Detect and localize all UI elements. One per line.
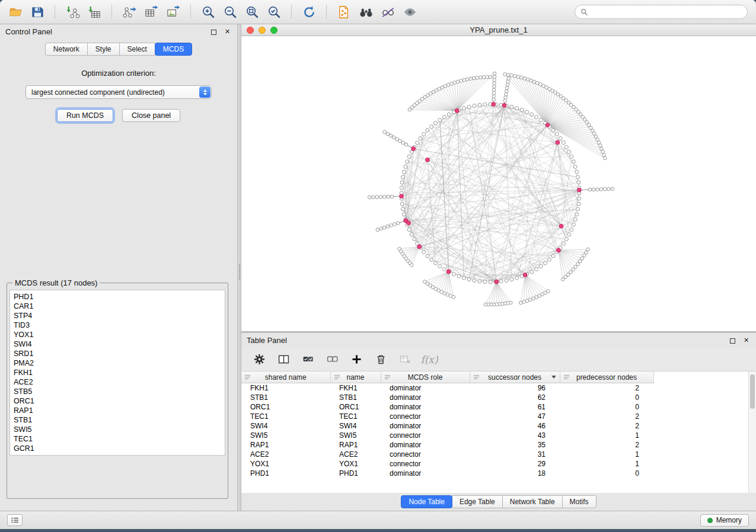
result-node-item[interactable]: ACE2 — [14, 377, 221, 387]
import-table-button[interactable] — [85, 2, 104, 21]
table-scrollbar[interactable] — [748, 371, 756, 493]
table-row[interactable]: TEC1TEC1connector472 — [241, 412, 653, 421]
table-cell: YOX1 — [330, 459, 381, 469]
float-panel-button[interactable] — [209, 27, 218, 36]
table-settings-button[interactable] — [252, 352, 266, 367]
show-columns-button[interactable] — [276, 352, 291, 367]
import-network-button[interactable] — [63, 2, 82, 21]
table-panel: Table Panel ✕ — [241, 333, 756, 511]
close-window-button[interactable] — [247, 27, 254, 34]
tab-style[interactable]: Style — [87, 43, 120, 56]
memory-button[interactable]: Memory — [700, 514, 749, 527]
create-column-button[interactable] — [349, 352, 363, 367]
table-row[interactable]: FKH1FKH1dominator962 — [241, 383, 653, 393]
result-node-item[interactable]: PMA2 — [14, 358, 221, 368]
node-table: shared namenameMCDS rolesuccessor nodesp… — [241, 371, 654, 478]
network-canvas[interactable] — [241, 36, 756, 331]
tab-node-table[interactable]: Node Table — [401, 495, 452, 508]
zoom-window-button[interactable] — [270, 27, 277, 34]
table-row[interactable]: PHD1PHD1dominator180 — [241, 469, 653, 478]
table-row[interactable]: SWI5SWI5connector431 — [241, 431, 653, 440]
tab-edge-table[interactable]: Edge Table — [452, 495, 503, 508]
share-network-button[interactable] — [334, 2, 353, 21]
minimize-window-button[interactable] — [259, 27, 266, 34]
zoom-fit-button[interactable] — [243, 2, 261, 21]
table-row[interactable]: ACE2ACE2connector311 — [241, 450, 653, 459]
result-node-item[interactable]: CAR1 — [14, 302, 221, 311]
mcds-result-list[interactable]: PHD1CAR1STP4TID3YOX1SWI4SRD1PMA2FKH1ACE2… — [9, 290, 225, 456]
tab-network-table[interactable]: Network Table — [502, 495, 563, 508]
import-network-icon — [65, 5, 80, 20]
result-node-item[interactable]: TEC1 — [14, 434, 221, 444]
export-network-button[interactable] — [120, 2, 139, 21]
column-header-successor-nodes[interactable]: successor nodes — [470, 371, 560, 383]
search-network-button[interactable] — [356, 2, 375, 21]
tab-mcds[interactable]: MCDS — [155, 43, 192, 56]
run-mcds-button[interactable]: Run MCDS — [57, 109, 113, 122]
zoom-selected-button[interactable] — [264, 2, 283, 21]
result-node-item[interactable]: RAP1 — [14, 406, 221, 415]
export-table-button[interactable] — [142, 2, 161, 21]
result-node-item[interactable]: SWI5 — [14, 425, 221, 434]
column-header-name[interactable]: name — [330, 371, 381, 383]
result-node-item[interactable]: SRD1 — [14, 349, 221, 358]
table-row[interactable]: YOX1YOX1connector291 — [241, 459, 653, 469]
table-cell: 2 — [560, 440, 653, 450]
table-cell: connector — [381, 412, 470, 421]
delete-column-button[interactable] — [374, 352, 388, 367]
zoom-in-button[interactable] — [199, 2, 218, 21]
splitter-grip-icon — [239, 264, 241, 280]
zoom-fit-icon — [245, 5, 260, 20]
result-node-item[interactable]: STB5 — [14, 387, 221, 396]
global-search-field[interactable] — [575, 5, 748, 19]
result-node-item[interactable]: TID3 — [14, 321, 221, 330]
table-cell: 43 — [470, 431, 560, 440]
result-node-item[interactable]: PHD1 — [14, 292, 221, 302]
toolbar-separator — [111, 5, 112, 19]
control-panel-tabs: Network Style Select MCDS — [0, 43, 237, 56]
close-panel-button-2[interactable]: Close panel — [122, 109, 180, 122]
function-icon: f(x) — [420, 354, 438, 366]
search-input[interactable] — [591, 8, 742, 16]
optimization-criterion-select[interactable]: largest connected component (undirected) — [25, 85, 212, 99]
column-header-predecessor-nodes[interactable]: predecessor nodes — [560, 371, 653, 383]
table-row[interactable]: ORC1ORC1dominator610 — [241, 402, 653, 412]
zoom-out-button[interactable] — [221, 2, 240, 21]
apply-layout-button[interactable] — [299, 2, 318, 21]
result-node-item[interactable]: GCR1 — [14, 444, 221, 453]
vertical-splitter[interactable] — [237, 24, 241, 511]
tab-select[interactable]: Select — [119, 43, 155, 56]
close-table-panel-button[interactable]: ✕ — [742, 336, 751, 345]
column-header-MCDS-role[interactable]: MCDS role — [381, 371, 470, 383]
export-image-button[interactable] — [164, 2, 183, 21]
result-node-item[interactable]: STB1 — [14, 415, 221, 425]
scrollbar-thumb[interactable] — [750, 374, 755, 409]
result-node-item[interactable]: ORC1 — [14, 396, 221, 406]
table-cell: PHD1 — [330, 469, 381, 478]
main-area: Control Panel ✕ Network Style Select MCD… — [0, 24, 756, 511]
result-node-item[interactable]: STP4 — [14, 311, 221, 321]
tab-network[interactable]: Network — [45, 43, 88, 56]
show-details-button[interactable] — [400, 2, 419, 21]
table-cell: PHD1 — [241, 469, 330, 478]
task-history-button[interactable] — [7, 514, 23, 526]
tab-motifs[interactable]: Motifs — [562, 495, 596, 508]
hide-details-button[interactable] — [378, 2, 397, 21]
float-table-panel-button[interactable] — [728, 336, 737, 345]
save-session-button[interactable] — [28, 2, 47, 21]
select-all-rows-button[interactable] — [301, 352, 315, 367]
column-grid-icon — [473, 374, 480, 380]
table-row[interactable]: RAP1RAP1dominator352 — [241, 440, 653, 450]
deselect-all-rows-button[interactable] — [325, 352, 339, 367]
zoom-selected-icon — [267, 5, 282, 20]
open-network-button[interactable] — [6, 2, 25, 21]
result-node-item[interactable]: YOX1 — [14, 330, 221, 339]
close-panel-button[interactable]: ✕ — [223, 27, 232, 36]
table-row[interactable]: SWI4SWI4dominator462 — [241, 421, 653, 431]
result-node-item[interactable]: FKH1 — [14, 368, 221, 377]
column-header-shared-name[interactable]: shared name — [241, 371, 330, 383]
result-node-item[interactable]: SWI4 — [14, 339, 221, 349]
optimization-criterion-label: Optimization criterion: — [0, 69, 237, 78]
table-cell: TEC1 — [241, 412, 330, 421]
table-row[interactable]: STB1STB1dominator620 — [241, 393, 653, 402]
